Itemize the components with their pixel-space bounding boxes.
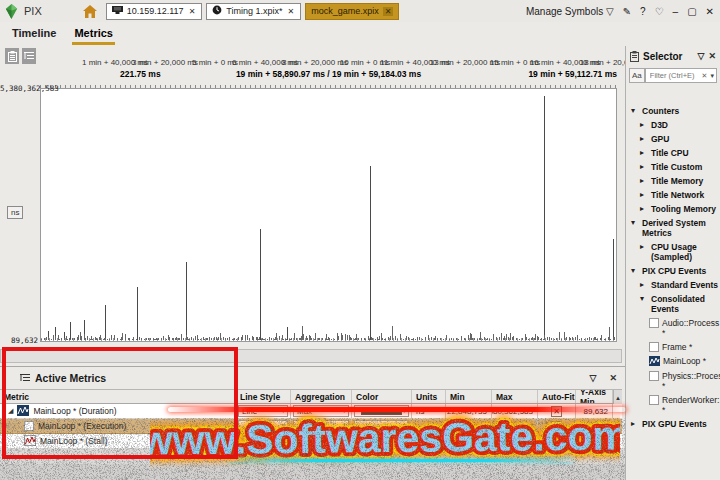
tree-item-pix-gpu-events[interactable]: ▸PIX GPU Events <box>626 419 720 429</box>
row-expander-icon[interactable]: ◢ <box>8 407 13 415</box>
help-icon[interactable]: ? <box>640 6 646 17</box>
chevron-right-icon[interactable]: ▸ <box>640 134 648 144</box>
baseline-noise-spike <box>408 337 409 340</box>
feedback-icon[interactable]: ✎ <box>623 6 631 17</box>
tab-metrics[interactable]: Metrics <box>72 24 115 45</box>
line_style-dropdown[interactable]: ▾ <box>238 435 288 447</box>
active-metrics-collapse-icon[interactable]: ▽ <box>590 373 597 383</box>
chevron-right-icon[interactable]: ▸ <box>640 242 648 252</box>
tree-item-title-memory[interactable]: ▸Title Memory <box>626 176 720 186</box>
checkbox-unchecked[interactable] <box>649 371 659 381</box>
baseline-noise-spike <box>338 336 339 340</box>
cell-aggregation: ▾ <box>291 434 352 448</box>
column-header-aggregation[interactable]: Aggregation <box>291 390 352 403</box>
line_style-dropdown[interactable]: Line▾ <box>238 405 288 417</box>
tree-item-physics-process-[interactable]: Physics::Process * <box>626 371 720 391</box>
chevron-down-icon[interactable]: ▾ <box>631 106 639 116</box>
tab-close-icon[interactable]: ✕ <box>287 7 296 16</box>
tree-item-title-custom[interactable]: ▸Title Custom <box>626 162 720 172</box>
tree-item-renderworker-process-[interactable]: RenderWorker::Process * <box>626 395 720 415</box>
scroll-up-icon[interactable]: ▲ <box>613 390 622 405</box>
document-tab-mock-game-xpix[interactable]: mock_game.xpix✕ <box>305 3 399 20</box>
chevron-right-icon[interactable]: ▸ <box>631 419 639 429</box>
match-case-toggle[interactable]: Aa <box>629 68 645 83</box>
tree-item-consolidated-events[interactable]: ▾Consolidated Events <box>626 294 720 314</box>
tree-item-pix-cpu-events[interactable]: ▾PIX CPU Events <box>626 266 720 276</box>
auto-fit-checkbox[interactable]: ✕ <box>551 436 562 447</box>
tab-close-icon[interactable]: ✕ <box>188 7 197 16</box>
auto-fit-checkbox[interactable]: ✕ <box>551 406 562 417</box>
tree-item-mainloop-[interactable]: MainLoop * <box>626 356 720 367</box>
tree-item-standard-events[interactable]: ▸Standard Events <box>626 280 720 290</box>
selector-panel-toggle-button[interactable] <box>5 48 19 64</box>
tree-item-d3d[interactable]: ▸D3D <box>626 120 720 130</box>
auto-fit-checkbox[interactable]: ✕ <box>551 421 562 432</box>
active-metrics-close-icon[interactable]: ✕ <box>609 373 617 383</box>
tree-item-audio-process-[interactable]: Audio::Process * <box>626 318 720 338</box>
metric-row[interactable]: ◢MainLoop * (Duration)Line▾Max▾▾ns22,848… <box>0 404 622 419</box>
document-tab-timing-1-xpix-[interactable]: Timing 1.xpix*✕ <box>206 3 301 20</box>
selector-collapse-icon[interactable]: ▽ <box>698 51 705 61</box>
color-dropdown[interactable]: ▾ <box>354 405 409 417</box>
chevron-right-icon[interactable]: ▸ <box>640 148 648 158</box>
tab-close-icon[interactable]: ✕ <box>383 7 394 16</box>
home-icon[interactable] <box>82 3 98 19</box>
chevron-right-icon[interactable]: ▸ <box>640 162 648 172</box>
tree-item-title-cpu[interactable]: ▸Title CPU <box>626 148 720 158</box>
aggregation-dropdown[interactable]: Max▾ <box>293 405 349 417</box>
aggregation-dropdown[interactable]: ▾ <box>293 435 349 447</box>
minimize-button[interactable]: – <box>673 6 679 17</box>
tree-item-gpu[interactable]: ▸GPU <box>626 134 720 144</box>
chevron-right-icon[interactable]: ▸ <box>640 176 648 186</box>
metrics-graph[interactable] <box>40 88 617 342</box>
metric-row[interactable]: MainLoop * (Execution)▾▾▾18,785,4785,347… <box>0 419 622 434</box>
filter-clear-icon[interactable]: ✕ <box>702 72 708 80</box>
maximize-button[interactable]: ▢ <box>687 6 696 17</box>
color-dropdown[interactable]: ▾ <box>354 420 409 432</box>
metric-spike <box>613 239 614 340</box>
tree-item-title-network[interactable]: ▸Title Network <box>626 190 720 200</box>
column-header-min[interactable]: Min <box>446 390 492 403</box>
tree-item-counters[interactable]: ▾Counters <box>626 106 720 116</box>
aggregation-dropdown[interactable]: ▾ <box>293 420 349 432</box>
column-header-units[interactable]: Units <box>412 390 446 403</box>
graph-horizontal-scrollbar[interactable] <box>0 349 622 363</box>
chevron-down-icon[interactable]: ▾ <box>631 218 639 228</box>
filter-input[interactable] <box>648 70 702 81</box>
tree-item-cpu-usage-sampled-[interactable]: ▸CPU Usage (Sampled) <box>626 242 720 262</box>
time-ruler-ticks[interactable] <box>40 81 617 88</box>
column-header-color[interactable]: Color <box>352 390 412 403</box>
active-metrics-panel-toggle-button[interactable] <box>22 48 36 64</box>
filter-dropdown-icon[interactable]: ▾ <box>710 72 714 80</box>
baseline-noise-spike <box>166 339 167 340</box>
tree-item-derived-system-metrics[interactable]: ▾Derived System Metrics <box>626 218 720 238</box>
tree-item-frame-[interactable]: Frame * <box>626 342 720 352</box>
chevron-right-icon[interactable]: ▸ <box>640 204 648 214</box>
chevron-down-icon[interactable]: ▾ <box>631 266 639 276</box>
close-button[interactable]: ✕ <box>706 6 714 17</box>
metric-row[interactable]: MainLoop * (Stall)▾▾▾591✕89,632 <box>0 434 622 449</box>
chevron-right-icon[interactable]: ▸ <box>640 120 648 130</box>
column-header-metric[interactable]: Metric <box>0 390 236 403</box>
checkbox-unchecked[interactable] <box>649 342 659 352</box>
tab-timeline[interactable]: Timeline <box>10 24 58 45</box>
checkbox-unchecked[interactable] <box>649 395 659 405</box>
selector-close-icon[interactable]: ✕ <box>708 51 716 61</box>
column-header-max[interactable]: Max <box>492 390 538 403</box>
tree-item-tooling-memory[interactable]: ▸Tooling Memory <box>626 204 720 214</box>
heart-icon[interactable]: ♡ <box>655 6 664 17</box>
checkbox-unchecked[interactable] <box>649 318 659 328</box>
column-header-auto_fit[interactable]: Auto-Fit <box>538 390 576 403</box>
column-header-y_axis_min[interactable]: Y-Axis Min <box>576 390 613 403</box>
color-dropdown[interactable]: ▾ <box>354 435 409 447</box>
baseline-noise-spike <box>347 335 348 340</box>
manage-symbols-button[interactable]: Manage Symbols ▽ <box>526 6 614 17</box>
line_style-dropdown[interactable]: ▾ <box>238 420 288 432</box>
chevron-down-icon[interactable]: ▾ <box>640 294 648 304</box>
column-header-line_style[interactable]: Line Style <box>236 390 291 403</box>
chevron-right-icon[interactable]: ▸ <box>640 280 648 290</box>
document-tab-10-159-12-117[interactable]: 10.159.12.117✕ <box>106 3 203 20</box>
chevron-right-icon[interactable]: ▸ <box>640 190 648 200</box>
metric-line-icon[interactable] <box>649 356 660 367</box>
metric-checkbox[interactable] <box>24 421 34 431</box>
